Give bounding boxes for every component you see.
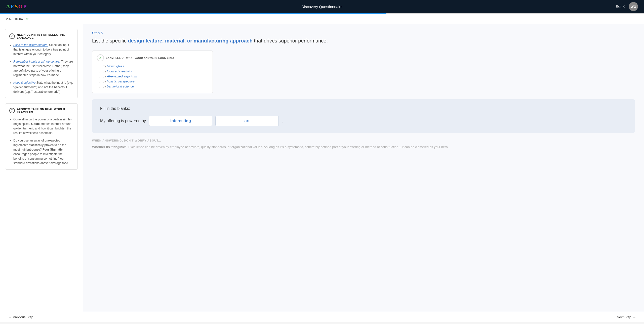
warning-body: Excellence can be driven by employee beh… — [128, 145, 449, 149]
check-icon: ✓ — [9, 33, 15, 39]
fill-blanks-prefix: My offering is powered by — [100, 119, 146, 123]
next-arrow-icon: → — [633, 315, 636, 319]
hint-link-1: Stick to the differentiators. — [13, 43, 48, 47]
example-item-1: ... by blown glass — [99, 64, 208, 68]
blank-2-input[interactable] — [215, 116, 279, 126]
real-world-item-2: Do you use an array of unexpected ingred… — [13, 138, 73, 165]
fill-blanks-box: Fill in the blanks: My offering is power… — [92, 99, 635, 133]
date-label: 2023-10-04 — [6, 17, 23, 21]
real-world-box: ⚙ AESOP`S TAKE ON REAL WORLD EXAMPLES Go… — [5, 103, 78, 170]
next-step-button[interactable]: Next Step → — [617, 315, 636, 319]
real-world-item-1: Gone all in on the power of a certain si… — [13, 117, 73, 135]
previous-step-button[interactable]: ← Previous Step — [8, 315, 33, 319]
next-step-label: Next Step — [617, 315, 631, 319]
step-question: List the specific design feature, materi… — [92, 37, 635, 44]
warning-bold: Whether its “tangible". — [92, 145, 128, 149]
warning-text: Whether its “tangible". Excellence can b… — [92, 145, 635, 150]
hints-list: Stick to the differentiators. Select an … — [9, 43, 73, 94]
bottom-navigation: ← Previous Step Next Step → — [0, 312, 644, 322]
examples-box: A EXAMPLES OF WHAT GOOD ANSWERS LOOK LIK… — [92, 51, 213, 93]
hint-link-3: Keep it objective — [13, 81, 35, 84]
fill-blanks-row: My offering is powered by . — [100, 116, 627, 126]
logo: AESOP — [6, 3, 27, 10]
question-suffix: that drives superior performance. — [253, 38, 328, 43]
hint-item-1: Stick to the differentiators. Select an … — [13, 43, 73, 56]
top-navigation: AESOP Discovery Questionnaire Exit ✕ WG — [0, 0, 644, 13]
helpful-hints-box: ✓ HELPFUL HINTS FOR SELECTING LANGUAGE S… — [5, 29, 78, 98]
hints-header: ✓ HELPFUL HINTS FOR SELECTING LANGUAGE — [9, 33, 73, 39]
user-avatar[interactable]: WG — [629, 2, 638, 11]
hint-item-2: Remember inputs aren't outcomes. They ar… — [13, 59, 73, 77]
hint-item-3: Keep it objective State what the input i… — [13, 80, 73, 94]
left-sidebar: ✓ HELPFUL HINTS FOR SELECTING LANGUAGE S… — [0, 24, 83, 312]
examples-title: EXAMPLES OF WHAT GOOD ANSWERS LOOK LIKE: — [106, 57, 174, 59]
sub-header: 2023-10-04 ✏ — [0, 14, 644, 24]
blank-1-input[interactable] — [149, 116, 212, 126]
fill-blanks-label: Fill in the blanks: — [100, 106, 627, 111]
examples-header: A EXAMPLES OF WHAT GOOD ANSWERS LOOK LIK… — [97, 54, 208, 61]
hint-link-2: Remember inputs aren't outcomes. — [13, 60, 60, 63]
progress-bar-fill — [0, 13, 386, 14]
main-content: Step 5 List the specific design feature,… — [83, 24, 644, 312]
example-item-4: ... by holistic perspective — [99, 79, 208, 83]
real-world-list: Gone all in on the power of a certain si… — [9, 117, 73, 165]
prev-step-label: Previous Step — [13, 315, 33, 319]
gear-icon: ⚙ — [9, 108, 15, 113]
example-item-5: ... by behavioral science — [99, 84, 208, 88]
progress-bar-container — [0, 13, 644, 14]
step-label: Step 5 — [92, 31, 635, 35]
exit-button[interactable]: Exit ✕ — [616, 5, 625, 9]
fill-blanks-period: . — [282, 118, 283, 124]
example-item-3: ... by AI-enabled algorithm — [99, 74, 208, 78]
example-item-2: ... by focused creativity — [99, 69, 208, 73]
prev-arrow-icon: ← — [8, 315, 11, 319]
main-layout: ✓ HELPFUL HINTS FOR SELECTING LANGUAGE S… — [0, 24, 644, 312]
hints-title: HELPFUL HINTS FOR SELECTING LANGUAGE — [17, 33, 73, 39]
real-world-title: AESOP`S TAKE ON REAL WORLD EXAMPLES — [17, 108, 73, 114]
aesop-badge: A — [97, 54, 104, 61]
page-title: Discovery Questionnaire — [301, 5, 342, 9]
warning-section: WHEN ANSWERING, DON'T WORRY ABOUT... Whe… — [92, 139, 635, 150]
real-world-header: ⚙ AESOP`S TAKE ON REAL WORLD EXAMPLES — [9, 108, 73, 114]
warning-label: WHEN ANSWERING, DON'T WORRY ABOUT... — [92, 139, 635, 142]
edit-icon[interactable]: ✏ — [26, 17, 29, 21]
question-prefix: List the specific — [92, 38, 128, 43]
question-highlight: design feature, material, or manufacturi… — [128, 38, 253, 43]
